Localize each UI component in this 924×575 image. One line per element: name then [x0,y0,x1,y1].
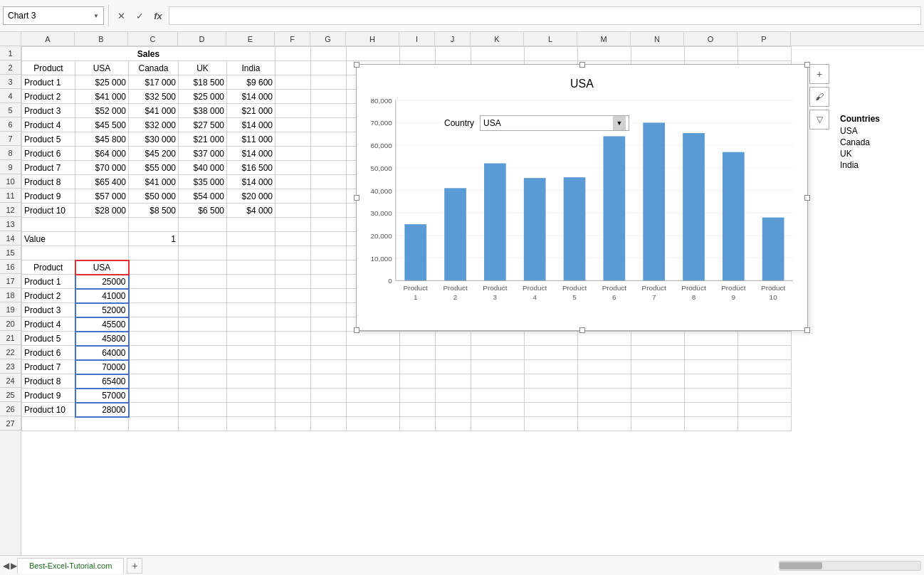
cell-lookup-r26c2[interactable] [129,403,179,417]
cell-data-r12c2[interactable]: $8 500 [129,204,179,218]
cell-data-r4c3[interactable]: $25 000 [179,90,227,104]
cell-r27c13[interactable] [631,417,685,431]
cell-r27c12[interactable] [578,417,631,431]
cell-lookup-r21c8[interactable] [400,332,436,346]
chart-overlay[interactable]: USA010,00020,00030,00040,00050,00060,000… [356,64,808,331]
cell-r15c2[interactable] [129,246,179,260]
cell-lookup-r22c11[interactable] [525,346,578,360]
cell-r13c2[interactable] [129,218,179,232]
cell-lookup-r23b[interactable]: 70000 [75,360,129,374]
cell-r1c15[interactable] [738,47,792,61]
cell-lookup-r24c10[interactable] [471,374,525,389]
resize-handle-mr[interactable] [804,195,810,201]
cell-r1c9[interactable] [436,47,471,61]
resize-handle-bm[interactable] [579,327,585,333]
cell-lookup-r22c13[interactable] [631,346,685,360]
cell-r27c15[interactable] [738,417,792,431]
cell-lookup-r26a[interactable]: Product 10 [22,403,75,417]
cell-r13c3[interactable] [179,218,227,232]
cell-lookup-r23c13[interactable] [631,360,685,374]
resize-handle-bl[interactable] [354,327,359,333]
cell-header-india[interactable]: India [227,61,275,75]
cell-data-r10c4[interactable]: $14 000 [227,175,275,189]
cell-data-r8c3[interactable]: $37 000 [179,147,227,161]
cell-lookup-r24c6[interactable] [311,374,347,389]
cell-lookup-r17b[interactable]: 25000 [75,275,129,289]
cell-data-r3c1[interactable]: $25 000 [75,75,129,90]
cell-r14b[interactable] [75,232,129,246]
cell-r8c5[interactable] [275,147,311,161]
cell-r7c5[interactable] [275,132,311,147]
cell-lookup-r26c4[interactable] [227,403,275,417]
cell-header-usa[interactable]: USA [75,61,129,75]
cell-r3c5[interactable] [275,75,311,90]
sheet-tab[interactable]: Best-Excel-Tutorial.com [17,558,124,574]
scroll-left-btn[interactable]: ◀ [3,561,9,571]
cell-lookup-r25c5[interactable] [275,389,311,403]
cell-data-r3c2[interactable]: $17 000 [129,75,179,90]
cell-data-r4c0[interactable]: Product 2 [22,90,75,104]
cell-lookup-r24c12[interactable] [578,374,631,389]
cell-data-r9c3[interactable]: $40 000 [179,161,227,175]
cell-r7c6[interactable] [311,132,347,147]
cell-r1c7[interactable] [347,47,400,61]
cell-data-r5c1[interactable]: $52 000 [75,104,129,118]
cancel-button[interactable]: ✕ [113,8,129,23]
cell-lookup-r18c6[interactable] [311,289,347,303]
cell-lookup-r20a[interactable]: Product 4 [22,317,75,332]
cell-data-r6c1[interactable]: $45 500 [75,118,129,132]
cell-r15c1[interactable] [75,246,129,260]
cell-data-r3c4[interactable]: $9 600 [227,75,275,90]
cell-data-r3c3[interactable]: $18 500 [179,75,227,90]
cell-lookup-r22b[interactable]: 64000 [75,346,129,360]
cell-lookup-r21c7[interactable] [347,332,400,346]
cell-data-r11c0[interactable]: Product 9 [22,189,75,204]
cell-r1c10[interactable] [471,47,525,61]
cell-r16c2[interactable] [129,260,179,275]
cell-data-r10c0[interactable]: Product 8 [22,175,75,189]
cell-sales-header[interactable]: Sales [22,47,275,61]
cell-lookup-r22c3[interactable] [179,346,227,360]
cell-lookup-r23c3[interactable] [179,360,227,374]
cell-r11c6[interactable] [311,189,347,204]
cell-lookup-r24c9[interactable] [436,374,471,389]
cell-lookup-r23c11[interactable] [525,360,578,374]
cell-data-r5c4[interactable]: $21 000 [227,104,275,118]
cell-r13c6[interactable] [311,218,347,232]
cell-r6c6[interactable] [311,118,347,132]
cell-r16c4[interactable] [227,260,275,275]
cell-lookup-r19c4[interactable] [227,303,275,317]
cell-r15c0[interactable] [22,246,75,260]
cell-data-r10c3[interactable]: $35 000 [179,175,227,189]
cell-lookup-r24c2[interactable] [129,374,179,389]
cell-lookup-r23c10[interactable] [471,360,525,374]
cell-data-r7c4[interactable]: $11 000 [227,132,275,147]
cell-lookup-r26c7[interactable] [347,403,400,417]
cell-r15c5[interactable] [275,246,311,260]
cell-r16c6[interactable] [311,260,347,275]
cell-r6c5[interactable] [275,118,311,132]
cell-data-r6c3[interactable]: $27 500 [179,118,227,132]
cell-lookup-r22c14[interactable] [685,346,738,360]
cell-header-uk[interactable]: UK [179,61,227,75]
cell-r10c5[interactable] [275,175,311,189]
cell-lookup-r21c3[interactable] [179,332,227,346]
cell-data-r11c2[interactable]: $50 000 [129,189,179,204]
chart-filter-button[interactable]: ▽ [809,110,829,130]
cell-r13c0[interactable] [22,218,75,232]
cell-lookup-r21c10[interactable] [471,332,525,346]
cell-data-r6c2[interactable]: $32 000 [129,118,179,132]
cell-r27c8[interactable] [400,417,436,431]
cell-lookup-r25c10[interactable] [471,389,525,403]
cell-lookup-r25a[interactable]: Product 9 [22,389,75,403]
cell-lookup-r20c2[interactable] [129,317,179,332]
cell-r27c10[interactable] [471,417,525,431]
cell-lookup-r22c4[interactable] [227,346,275,360]
cell-r27c9[interactable] [436,417,471,431]
cell-lookup-r23c5[interactable] [275,360,311,374]
cell-lookup-r22c6[interactable] [311,346,347,360]
cell-value-label[interactable]: Value [22,232,75,246]
cell-lookup-r26c13[interactable] [631,403,685,417]
chart-style-button[interactable]: 🖌 [809,87,829,107]
cell-r11c5[interactable] [275,189,311,204]
